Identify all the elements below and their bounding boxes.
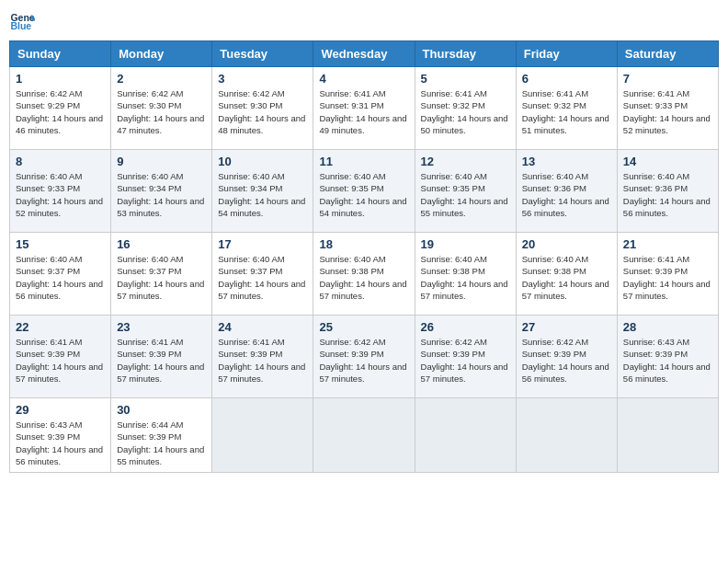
day-info: Sunrise: 6:40 AMSunset: 9:36 PMDaylight:… <box>623 170 712 219</box>
day-info: Sunrise: 6:43 AMSunset: 9:39 PMDaylight:… <box>623 336 712 385</box>
day-info: Sunrise: 6:40 AMSunset: 9:37 PMDaylight:… <box>218 253 307 302</box>
day-number: 17 <box>218 237 307 251</box>
day-info: Sunrise: 6:42 AMSunset: 9:30 PMDaylight:… <box>218 87 307 136</box>
calendar-cell: 2Sunrise: 6:42 AMSunset: 9:30 PMDaylight… <box>111 67 212 150</box>
header-sunday: Sunday <box>10 41 111 67</box>
calendar-cell: 9Sunrise: 6:40 AMSunset: 9:34 PMDaylight… <box>111 150 212 233</box>
calendar-cell <box>516 398 617 473</box>
day-info: Sunrise: 6:41 AMSunset: 9:33 PMDaylight:… <box>623 87 712 136</box>
day-info: Sunrise: 6:40 AMSunset: 9:35 PMDaylight:… <box>319 170 408 219</box>
calendar-cell: 23Sunrise: 6:41 AMSunset: 9:39 PMDayligh… <box>111 316 212 398</box>
calendar-table: SundayMondayTuesdayWednesdayThursdayFrid… <box>9 40 719 473</box>
day-info: Sunrise: 6:40 AMSunset: 9:34 PMDaylight:… <box>117 170 206 219</box>
svg-text:Blue: Blue <box>10 20 31 31</box>
day-number: 5 <box>421 72 510 86</box>
day-number: 7 <box>623 72 712 86</box>
day-info: Sunrise: 6:42 AMSunset: 9:39 PMDaylight:… <box>522 336 611 385</box>
day-info: Sunrise: 6:41 AMSunset: 9:39 PMDaylight:… <box>218 336 307 385</box>
calendar-cell: 7Sunrise: 6:41 AMSunset: 9:33 PMDaylight… <box>617 67 718 150</box>
day-number: 29 <box>16 403 105 417</box>
calendar-cell: 17Sunrise: 6:40 AMSunset: 9:37 PMDayligh… <box>212 233 313 316</box>
calendar-cell <box>212 398 313 473</box>
calendar-cell: 8Sunrise: 6:40 AMSunset: 9:33 PMDaylight… <box>10 150 111 233</box>
day-number: 2 <box>117 72 206 86</box>
day-number: 15 <box>16 237 105 251</box>
day-number: 19 <box>421 237 510 251</box>
day-number: 16 <box>117 237 206 251</box>
day-number: 24 <box>218 320 307 334</box>
day-info: Sunrise: 6:44 AMSunset: 9:39 PMDaylight:… <box>117 419 206 467</box>
day-info: Sunrise: 6:40 AMSunset: 9:36 PMDaylight:… <box>522 170 611 219</box>
calendar-cell: 22Sunrise: 6:41 AMSunset: 9:39 PMDayligh… <box>10 316 111 398</box>
header-monday: Monday <box>111 41 212 67</box>
calendar-cell <box>313 398 415 473</box>
header-wednesday: Wednesday <box>313 41 415 67</box>
calendar-cell: 25Sunrise: 6:42 AMSunset: 9:39 PMDayligh… <box>313 316 415 398</box>
day-info: Sunrise: 6:41 AMSunset: 9:31 PMDaylight:… <box>319 87 408 136</box>
day-info: Sunrise: 6:41 AMSunset: 9:32 PMDaylight:… <box>522 87 611 136</box>
day-info: Sunrise: 6:40 AMSunset: 9:35 PMDaylight:… <box>421 170 510 219</box>
calendar-cell: 15Sunrise: 6:40 AMSunset: 9:37 PMDayligh… <box>10 233 111 316</box>
day-number: 28 <box>623 320 712 334</box>
calendar-cell: 30Sunrise: 6:44 AMSunset: 9:39 PMDayligh… <box>111 398 212 473</box>
calendar-cell: 16Sunrise: 6:40 AMSunset: 9:37 PMDayligh… <box>111 233 212 316</box>
day-number: 11 <box>319 155 408 168</box>
calendar-header-row: SundayMondayTuesdayWednesdayThursdayFrid… <box>10 41 719 67</box>
calendar-cell: 3Sunrise: 6:42 AMSunset: 9:30 PMDaylight… <box>212 67 313 150</box>
calendar-cell: 28Sunrise: 6:43 AMSunset: 9:39 PMDayligh… <box>617 316 718 398</box>
day-number: 10 <box>218 155 307 168</box>
day-number: 20 <box>522 237 611 251</box>
day-info: Sunrise: 6:40 AMSunset: 9:37 PMDaylight:… <box>117 253 206 302</box>
calendar-cell: 13Sunrise: 6:40 AMSunset: 9:36 PMDayligh… <box>516 150 617 233</box>
day-number: 3 <box>218 72 307 86</box>
calendar-cell: 27Sunrise: 6:42 AMSunset: 9:39 PMDayligh… <box>516 316 617 398</box>
calendar-cell: 1Sunrise: 6:42 AMSunset: 9:29 PMDaylight… <box>10 67 111 150</box>
logo: General Blue <box>9 9 39 35</box>
calendar-cell: 10Sunrise: 6:40 AMSunset: 9:34 PMDayligh… <box>212 150 313 233</box>
day-info: Sunrise: 6:41 AMSunset: 9:39 PMDaylight:… <box>16 336 105 385</box>
calendar-cell: 20Sunrise: 6:40 AMSunset: 9:38 PMDayligh… <box>516 233 617 316</box>
page-header: General Blue <box>9 9 719 35</box>
day-number: 4 <box>319 72 408 86</box>
calendar-cell: 5Sunrise: 6:41 AMSunset: 9:32 PMDaylight… <box>415 67 516 150</box>
day-info: Sunrise: 6:42 AMSunset: 9:29 PMDaylight:… <box>16 87 105 136</box>
day-number: 26 <box>421 320 510 334</box>
calendar-cell: 11Sunrise: 6:40 AMSunset: 9:35 PMDayligh… <box>313 150 415 233</box>
calendar-cell <box>617 398 718 473</box>
day-info: Sunrise: 6:42 AMSunset: 9:39 PMDaylight:… <box>319 336 408 385</box>
calendar-cell: 6Sunrise: 6:41 AMSunset: 9:32 PMDaylight… <box>516 67 617 150</box>
day-info: Sunrise: 6:41 AMSunset: 9:39 PMDaylight:… <box>117 336 206 385</box>
day-number: 21 <box>623 237 712 251</box>
header-thursday: Thursday <box>415 41 516 67</box>
day-info: Sunrise: 6:40 AMSunset: 9:37 PMDaylight:… <box>16 253 105 302</box>
calendar-cell: 19Sunrise: 6:40 AMSunset: 9:38 PMDayligh… <box>415 233 516 316</box>
day-number: 8 <box>16 155 105 168</box>
calendar-cell: 24Sunrise: 6:41 AMSunset: 9:39 PMDayligh… <box>212 316 313 398</box>
calendar-cell: 4Sunrise: 6:41 AMSunset: 9:31 PMDaylight… <box>313 67 415 150</box>
day-number: 23 <box>117 320 206 334</box>
day-info: Sunrise: 6:40 AMSunset: 9:38 PMDaylight:… <box>421 253 510 302</box>
day-number: 1 <box>16 72 105 86</box>
header-saturday: Saturday <box>617 41 718 67</box>
calendar-cell: 14Sunrise: 6:40 AMSunset: 9:36 PMDayligh… <box>617 150 718 233</box>
day-number: 27 <box>522 320 611 334</box>
calendar-cell: 21Sunrise: 6:41 AMSunset: 9:39 PMDayligh… <box>617 233 718 316</box>
day-info: Sunrise: 6:41 AMSunset: 9:32 PMDaylight:… <box>421 87 510 136</box>
day-number: 18 <box>319 237 408 251</box>
calendar-cell: 12Sunrise: 6:40 AMSunset: 9:35 PMDayligh… <box>415 150 516 233</box>
day-number: 22 <box>16 320 105 334</box>
day-info: Sunrise: 6:40 AMSunset: 9:33 PMDaylight:… <box>16 170 105 219</box>
header-friday: Friday <box>516 41 617 67</box>
calendar-cell: 18Sunrise: 6:40 AMSunset: 9:38 PMDayligh… <box>313 233 415 316</box>
day-info: Sunrise: 6:40 AMSunset: 9:38 PMDaylight:… <box>319 253 408 302</box>
day-info: Sunrise: 6:42 AMSunset: 9:30 PMDaylight:… <box>117 87 206 136</box>
day-number: 12 <box>421 155 510 168</box>
day-number: 14 <box>623 155 712 168</box>
day-number: 30 <box>117 403 206 417</box>
header-tuesday: Tuesday <box>212 41 313 67</box>
logo-icon: General Blue <box>9 9 35 35</box>
day-number: 9 <box>117 155 206 168</box>
day-number: 6 <box>522 72 611 86</box>
day-number: 25 <box>319 320 408 334</box>
day-info: Sunrise: 6:43 AMSunset: 9:39 PMDaylight:… <box>16 419 105 467</box>
